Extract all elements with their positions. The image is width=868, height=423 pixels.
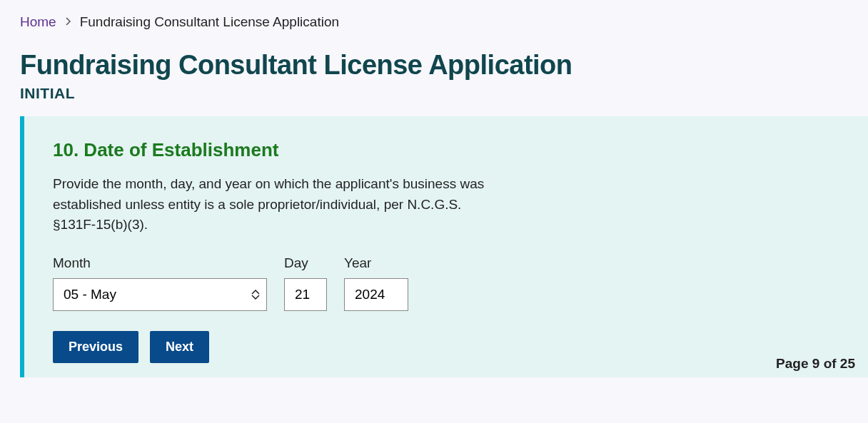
year-label: Year	[344, 255, 408, 271]
date-fields-row: Month Day Year	[53, 255, 839, 311]
breadcrumb-home-link[interactable]: Home	[20, 14, 56, 30]
next-button[interactable]: Next	[150, 331, 209, 363]
month-field: Month	[53, 255, 267, 311]
page-indicator: Page 9 of 25	[776, 356, 855, 372]
form-panel: 10. Date of Establishment Provide the mo…	[20, 116, 868, 377]
section-description: Provide the month, day, and year on whic…	[53, 174, 495, 235]
breadcrumb-current: Fundraising Consultant License Applicati…	[80, 14, 339, 30]
previous-button[interactable]: Previous	[53, 331, 138, 363]
year-input[interactable]	[344, 278, 408, 311]
day-field: Day	[284, 255, 327, 311]
year-field: Year	[344, 255, 408, 311]
breadcrumb: Home Fundraising Consultant License Appl…	[0, 0, 868, 36]
page-subtitle: INITIAL	[0, 81, 868, 116]
buttons-row: Previous Next	[53, 331, 839, 363]
chevron-right-icon	[65, 16, 71, 28]
month-input[interactable]	[53, 278, 267, 311]
section-heading: 10. Date of Establishment	[53, 139, 839, 161]
day-input[interactable]	[284, 278, 327, 311]
month-label: Month	[53, 255, 267, 271]
page-title: Fundraising Consultant License Applicati…	[0, 36, 868, 81]
day-label: Day	[284, 255, 327, 271]
